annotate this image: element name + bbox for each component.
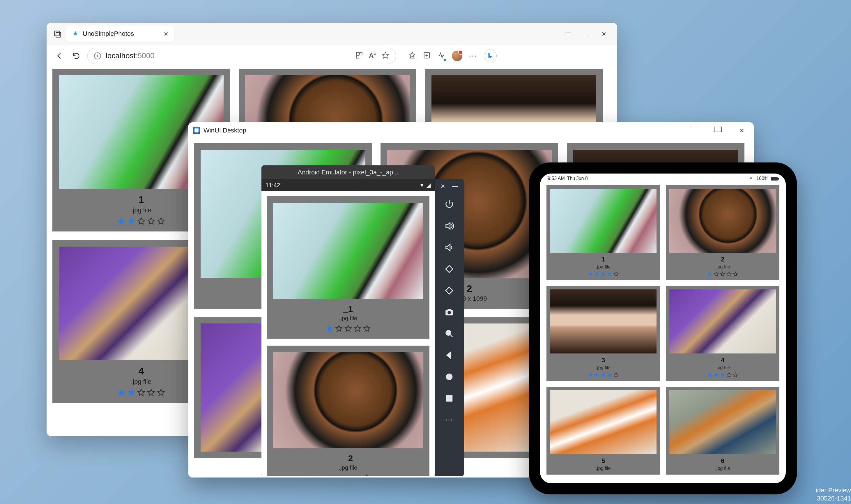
photo-card[interactable]: 3 .jpg file (546, 286, 660, 381)
photo-thumbnail (550, 289, 656, 354)
emulator-minimize-button[interactable] (452, 182, 458, 190)
svg-rect-13 (446, 395, 452, 401)
tab-favicon-icon (72, 31, 78, 37)
photo-thumbnail (550, 189, 656, 253)
photo-card[interactable]: 6 .jpg file (666, 387, 779, 474)
maximize-button[interactable] (584, 30, 589, 38)
volume-up-button[interactable] (443, 219, 456, 232)
close-button[interactable]: × (738, 127, 746, 134)
browser-tabstrip: UnoSimplePhotos × ＋ × (47, 23, 617, 45)
photo-thumbnail (273, 203, 423, 299)
rating-stars[interactable] (326, 325, 370, 332)
android-titlebar: Android Emulator - pixel_3a_-_ap... (261, 165, 435, 179)
svg-rect-7 (446, 287, 453, 294)
photo-filetype: .jpg file (715, 466, 730, 471)
overview-button[interactable] (443, 392, 456, 405)
svg-rect-0 (55, 31, 59, 36)
back-button[interactable] (443, 349, 456, 362)
photo-thumbnail (550, 390, 656, 454)
winui-window-controls: × (690, 127, 749, 134)
power-button[interactable] (443, 198, 456, 211)
browser-tab[interactable]: UnoSimplePhotos × (66, 25, 174, 42)
android-screen: 11:42 ▾ ◢ _1 .jpg file _ (261, 179, 435, 476)
minimize-button[interactable] (690, 127, 698, 134)
ipad-content: 1 .jpg file 2 .jpg file 3 .jpg file (540, 183, 786, 476)
rating-stars[interactable] (707, 271, 738, 276)
photo-card[interactable]: 5 .jpg file (546, 387, 660, 474)
rating-stars[interactable] (588, 271, 619, 276)
photo-filetype: .jpg file (131, 378, 151, 385)
rating-stars[interactable] (588, 372, 619, 377)
maximize-button[interactable] (714, 127, 722, 134)
battery-label: 100% (756, 176, 768, 181)
photo-card[interactable]: _1 .jpg file (267, 196, 430, 339)
svg-rect-3 (360, 52, 362, 55)
photo-filetype: .jpg file (715, 365, 730, 370)
rating-stars[interactable] (117, 217, 165, 225)
android-emulator: Android Emulator - pixel_3a_-_ap... 11:4… (261, 165, 470, 477)
tab-close-icon[interactable]: × (164, 30, 168, 38)
collections-icon[interactable] (423, 51, 431, 60)
tab-title: UnoSimplePhotos (83, 30, 160, 38)
extensions-icon[interactable] (356, 52, 363, 60)
menu-icon[interactable]: ⋯ (469, 51, 477, 60)
signal-icon: ◢ (426, 182, 431, 189)
photo-filetype: .jpg file (596, 365, 611, 370)
photo-card[interactable]: _2 .jpg file (267, 346, 430, 476)
photo-title: 2 (721, 256, 724, 263)
photo-title: 1 (601, 256, 605, 263)
rating-stars[interactable] (117, 389, 165, 397)
photo-title: 6 (721, 457, 724, 465)
rating-stars[interactable] (707, 372, 738, 377)
ipad-statusbar: 9:53 AM Thu Jun 8 ᯤ 100% (540, 174, 786, 183)
tab-actions-icon[interactable] (49, 30, 66, 38)
photo-thumbnail (273, 352, 423, 448)
close-button[interactable]: × (602, 30, 606, 38)
rotate-left-button[interactable] (443, 263, 456, 275)
bing-button[interactable] (484, 50, 497, 62)
photo-card[interactable]: 1 .jpg file (546, 185, 660, 280)
battery-icon (771, 177, 778, 181)
browser-window-controls: × (565, 30, 615, 38)
profile-avatar[interactable] (452, 51, 462, 61)
ipad-device: 9:53 AM Thu Jun 8 ᯤ 100% 1 .jpg file 2 .… (529, 162, 797, 494)
android-title: Android Emulator - pixel_3a_-_ap... (297, 168, 398, 176)
screenshot-button[interactable] (443, 306, 456, 319)
performance-icon[interactable] (437, 51, 446, 60)
photo-filetype: .jpg file (715, 264, 730, 270)
photo-filetype: .jpg file (131, 206, 151, 214)
back-button[interactable] (54, 50, 65, 62)
refresh-button[interactable] (70, 50, 82, 62)
ipad-clock: 9:53 AM (548, 176, 565, 181)
volume-down-button[interactable] (443, 241, 456, 254)
photo-title: 4 (721, 356, 724, 364)
read-aloud-icon[interactable]: A» (369, 52, 376, 60)
android-emulator-toolbar: × ⋯ (435, 179, 464, 476)
rotate-right-button[interactable] (443, 284, 456, 297)
browser-toolbar: i localhost:5000 A» ⋯ (47, 45, 617, 67)
rating-stars[interactable] (326, 474, 370, 476)
zoom-button[interactable] (443, 327, 456, 340)
photo-card[interactable]: 4 .jpg file (666, 286, 779, 381)
new-tab-button[interactable]: ＋ (180, 28, 188, 39)
more-button[interactable]: ⋯ (443, 413, 456, 426)
address-bar[interactable]: i localhost:5000 A» (87, 48, 396, 64)
url-text: localhost:5000 (106, 51, 155, 60)
photo-card[interactable]: 2 .jpg file (666, 185, 779, 280)
site-info-icon[interactable]: i (94, 52, 101, 59)
photo-title: 4 (139, 365, 144, 377)
photo-title: 1 (139, 194, 144, 205)
android-content: _1 .jpg file _2 .jpg file (261, 191, 435, 476)
photo-filetype: .jpg file (596, 264, 611, 270)
svg-point-12 (446, 374, 452, 380)
svg-rect-6 (446, 266, 453, 272)
ipad-screen: 9:53 AM Thu Jun 8 ᯤ 100% 1 .jpg file 2 .… (540, 174, 786, 483)
favorite-icon[interactable] (382, 52, 389, 60)
favorites-bar-icon[interactable] (408, 51, 416, 60)
photo-thumbnail (669, 289, 776, 354)
wifi-icon: ᯤ (749, 176, 754, 181)
svg-rect-4 (357, 56, 359, 58)
home-button[interactable] (443, 370, 456, 383)
minimize-button[interactable] (565, 30, 571, 38)
emulator-close-button[interactable]: × (440, 182, 445, 190)
